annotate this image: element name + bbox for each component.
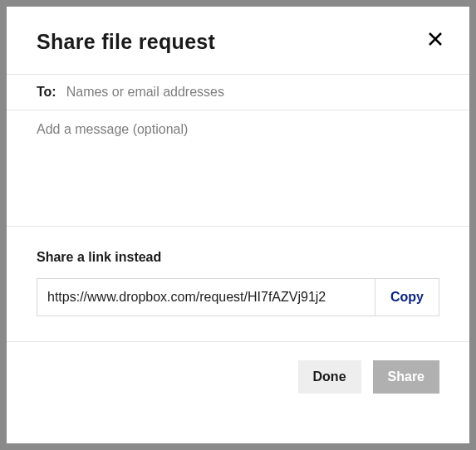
link-row: Copy — [37, 278, 439, 316]
modal-title: Share file request — [37, 30, 439, 54]
close-icon — [428, 32, 443, 46]
modal-footer: Done Share — [7, 342, 469, 412]
close-button[interactable] — [426, 30, 444, 48]
message-input[interactable] — [7, 110, 469, 223]
to-label: To: — [37, 85, 56, 100]
link-section: Share a link instead Copy — [7, 227, 469, 341]
recipients-input[interactable] — [66, 85, 439, 100]
share-file-request-modal: Share file request To: Share a link inst… — [7, 7, 469, 443]
share-button[interactable]: Share — [373, 360, 439, 394]
link-section-title: Share a link instead — [37, 250, 439, 265]
copy-button[interactable]: Copy — [375, 279, 439, 315]
share-link-input[interactable] — [37, 279, 375, 315]
modal-header: Share file request — [7, 7, 469, 74]
to-row: To: — [7, 75, 469, 110]
done-button[interactable]: Done — [298, 360, 361, 394]
